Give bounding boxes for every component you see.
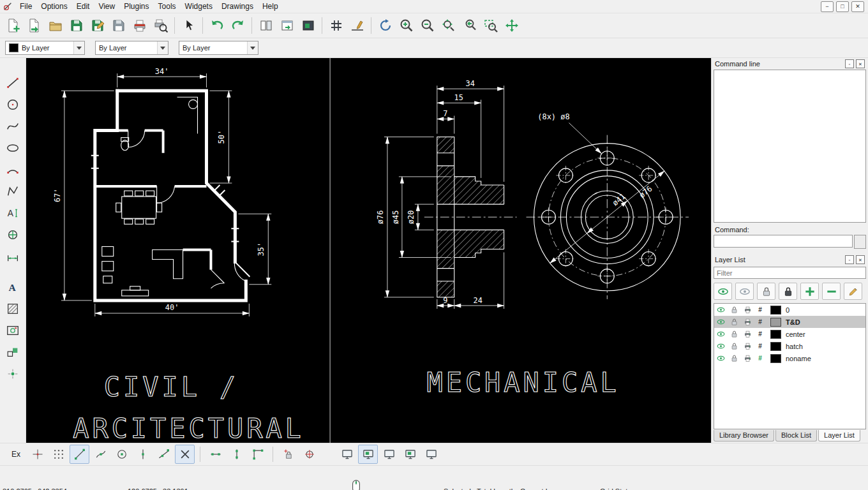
layer-visible-icon[interactable]: [714, 341, 728, 351]
restrict-orthogonal-button[interactable]: [248, 445, 267, 464]
restrict-horizontal-button[interactable]: [206, 445, 225, 464]
maximize-icon[interactable]: □: [836, 1, 849, 12]
menu-options[interactable]: Options: [36, 1, 71, 12]
line-tool-button[interactable]: [2, 72, 24, 94]
menu-drawings[interactable]: Drawings: [217, 1, 258, 12]
spline-tool-button[interactable]: [2, 115, 24, 137]
arc-tool-button[interactable]: [2, 159, 24, 181]
open-folder-button[interactable]: [45, 15, 66, 36]
dimension-tool-button[interactable]: [2, 246, 24, 267]
tab-library-browser[interactable]: Library Browser: [714, 430, 774, 442]
display-toggle-5-button[interactable]: [421, 445, 441, 464]
lock-all-layers-button[interactable]: [779, 283, 797, 300]
layer-lock-icon[interactable]: [728, 329, 741, 339]
snap-middle-button[interactable]: [133, 445, 153, 464]
tab-block-list[interactable]: Block List: [775, 430, 817, 442]
zoom-auto-button[interactable]: [438, 15, 459, 36]
layer-construction-icon[interactable]: [754, 329, 768, 339]
zoom-out-button[interactable]: [417, 15, 438, 36]
snap-center-button[interactable]: [112, 445, 131, 464]
snap-distance-button[interactable]: [154, 445, 174, 464]
select-pointer-button[interactable]: [178, 15, 199, 36]
display-toggle-4-button[interactable]: [400, 445, 420, 464]
new-window-button[interactable]: [276, 15, 297, 36]
layer-lock-icon[interactable]: [728, 305, 741, 315]
layer-row-hatch[interactable]: hatch: [714, 340, 865, 352]
layer-construction-icon[interactable]: [754, 305, 768, 315]
draft-mode-button[interactable]: [347, 15, 368, 36]
layer-lock-icon[interactable]: [728, 317, 741, 327]
minimize-icon[interactable]: −: [821, 1, 834, 12]
save-as-button[interactable]: [87, 15, 108, 36]
menu-help[interactable]: Help: [258, 1, 283, 12]
show-all-layers-button[interactable]: [714, 283, 732, 300]
layer-row-0[interactable]: 0: [714, 304, 865, 316]
undo-button[interactable]: [206, 15, 227, 36]
new-file-button[interactable]: [3, 15, 24, 36]
layer-row-center[interactable]: center: [714, 328, 865, 340]
print-button[interactable]: [129, 15, 150, 36]
remove-layer-button[interactable]: [822, 283, 841, 300]
command-options-button[interactable]: [854, 235, 866, 249]
width-dropdown[interactable]: By Layer: [95, 41, 168, 55]
hide-all-layers-button[interactable]: [735, 283, 754, 300]
menu-file[interactable]: File: [15, 1, 36, 12]
undock-icon[interactable]: ▫: [845, 59, 854, 68]
snap-grid-button[interactable]: [49, 445, 68, 464]
tab-layer-list[interactable]: Layer List: [818, 430, 860, 442]
command-input[interactable]: [714, 235, 853, 248]
command-history-area[interactable]: [714, 70, 866, 223]
dock-close-icon[interactable]: ✕: [856, 255, 865, 264]
dropdown-arrow-zone[interactable]: [247, 41, 258, 54]
image-tool-button[interactable]: [2, 320, 24, 341]
export-button[interactable]: [108, 15, 129, 36]
layer-lock-icon[interactable]: [728, 353, 741, 363]
close-icon[interactable]: ✕: [851, 1, 864, 12]
modify-layer-button[interactable]: [844, 283, 862, 300]
layer-print-icon[interactable]: [741, 317, 754, 327]
layer-color-swatch[interactable]: [770, 354, 781, 363]
menu-view[interactable]: View: [94, 1, 119, 12]
layer-print-icon[interactable]: [741, 305, 754, 315]
menu-plugins[interactable]: Plugins: [119, 1, 153, 12]
mtext-tool-button[interactable]: [2, 202, 24, 224]
display-toggle-2-button[interactable]: [358, 445, 378, 464]
menu-edit[interactable]: Edit: [72, 1, 94, 12]
lock-relative-zero-button[interactable]: [278, 445, 298, 464]
layer-visible-icon[interactable]: [714, 317, 728, 327]
layer-color-swatch[interactable]: [770, 306, 781, 315]
menu-tools[interactable]: Tools: [154, 1, 181, 12]
text-tool-button[interactable]: [2, 276, 24, 298]
add-layer-button[interactable]: [800, 283, 819, 300]
unlock-all-layers-button[interactable]: [757, 283, 775, 300]
layer-construction-icon[interactable]: [754, 317, 768, 327]
menu-widgets[interactable]: Widgets: [181, 1, 217, 12]
split-view-button[interactable]: [255, 15, 276, 36]
snap-endpoint-button[interactable]: [70, 445, 89, 464]
open-file-button[interactable]: [24, 15, 45, 36]
set-relative-zero-button[interactable]: [299, 445, 319, 464]
layer-visible-icon[interactable]: [714, 329, 728, 339]
layer-construction-icon[interactable]: [754, 341, 768, 351]
redraw-button[interactable]: [375, 15, 396, 36]
layer-row-tnd[interactable]: T&D: [714, 316, 865, 328]
layer-print-icon[interactable]: [741, 341, 754, 351]
layer-visible-icon[interactable]: [714, 353, 728, 363]
snap-intersection-button[interactable]: [175, 445, 195, 464]
hatch-tool-button[interactable]: [2, 298, 24, 320]
block-tool-button[interactable]: [2, 341, 24, 363]
point-tool-button[interactable]: [2, 363, 24, 385]
display-toggle-3-button[interactable]: [379, 445, 399, 464]
layer-color-swatch[interactable]: [770, 342, 781, 351]
grid-toggle-button[interactable]: [326, 15, 347, 36]
layer-visible-icon[interactable]: [714, 305, 728, 315]
linetype-dropdown[interactable]: By Layer: [179, 41, 258, 55]
zoom-in-button[interactable]: [396, 15, 417, 36]
layer-color-swatch[interactable]: [770, 318, 781, 327]
circle-tool-button[interactable]: [2, 94, 24, 115]
zoom-window-button[interactable]: [480, 15, 501, 36]
polyline-tool-button[interactable]: [2, 181, 24, 202]
snap-entity-button[interactable]: [91, 445, 110, 464]
restrict-vertical-button[interactable]: [227, 445, 246, 464]
layer-filter-input[interactable]: [714, 267, 866, 279]
